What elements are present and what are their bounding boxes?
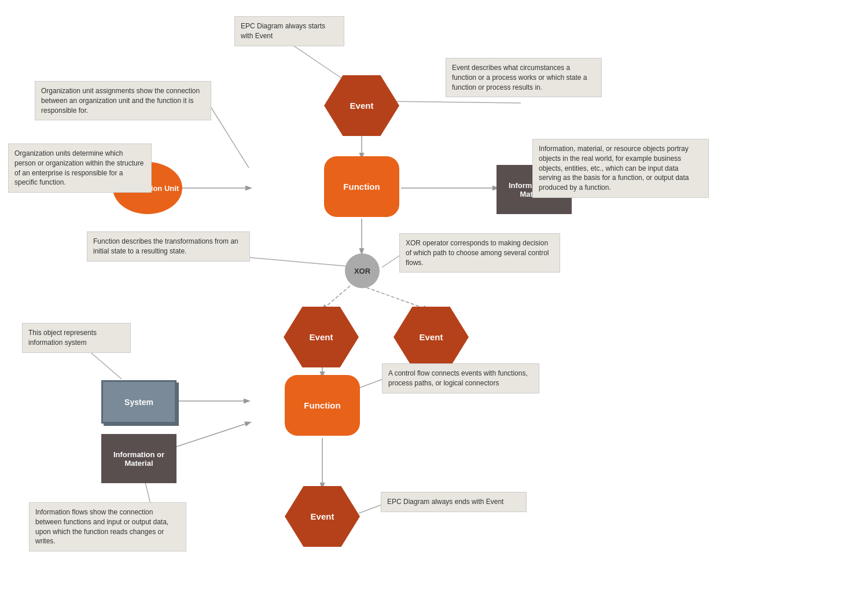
diagram-container: Event Function Organization Unit Informa… bbox=[0, 0, 868, 607]
svg-line-2 bbox=[208, 103, 249, 168]
xor-label: XOR bbox=[354, 267, 370, 275]
tooltip-function-desc: Function describes the transformations f… bbox=[87, 231, 250, 262]
svg-line-9 bbox=[145, 480, 150, 503]
xor-node[interactable]: XOR bbox=[345, 253, 380, 288]
event-node-3[interactable]: Event bbox=[393, 307, 469, 367]
event-label-3: Event bbox=[420, 332, 443, 342]
tooltip-org-desc: Organization units determine which perso… bbox=[8, 144, 152, 193]
function-label-2: Function bbox=[304, 400, 340, 410]
svg-line-7 bbox=[88, 350, 122, 379]
svg-line-6 bbox=[382, 255, 401, 267]
tooltip-epc-end: EPC Diagram always ends with Event bbox=[381, 492, 527, 512]
tooltip-control-flow-desc: A control flow connects events with func… bbox=[382, 363, 539, 393]
tooltip-info-material-desc: Information, material, or resource objec… bbox=[532, 139, 709, 198]
event-node-2[interactable]: Event bbox=[284, 307, 359, 367]
tooltip-xor-desc: XOR operator corresponds to making decis… bbox=[399, 233, 560, 273]
system-label: System bbox=[124, 398, 153, 407]
svg-line-5 bbox=[249, 257, 347, 266]
svg-line-15 bbox=[322, 286, 350, 310]
function-label-1: Function bbox=[343, 182, 380, 192]
tooltip-org-connection: Organization unit assignments show the c… bbox=[35, 81, 211, 120]
svg-line-16 bbox=[362, 286, 428, 310]
svg-line-0 bbox=[288, 42, 341, 78]
tooltip-epc-start: EPC Diagram always starts with Event bbox=[234, 16, 344, 46]
function-node-2[interactable]: Function bbox=[285, 375, 360, 436]
tooltip-system-desc: This object represents information syste… bbox=[22, 323, 131, 353]
event-node-1[interactable]: Event bbox=[324, 75, 399, 136]
tooltip-event-desc: Event describes what circumstances a fun… bbox=[446, 58, 602, 97]
event-node-4[interactable]: Event bbox=[285, 486, 360, 547]
event-label-1: Event bbox=[350, 101, 374, 111]
tooltip-info-flows-desc: Information flows show the connection be… bbox=[29, 502, 186, 551]
info-material-node-2[interactable]: Information or Material bbox=[101, 434, 176, 483]
event-label-4: Event bbox=[311, 512, 334, 521]
svg-line-10 bbox=[359, 505, 382, 513]
function-node-1[interactable]: Function bbox=[324, 156, 399, 217]
event-label-2: Event bbox=[310, 332, 333, 342]
system-node[interactable]: System bbox=[101, 380, 176, 424]
info-material-label-2: Information or Material bbox=[101, 450, 176, 468]
svg-line-1 bbox=[382, 101, 521, 103]
